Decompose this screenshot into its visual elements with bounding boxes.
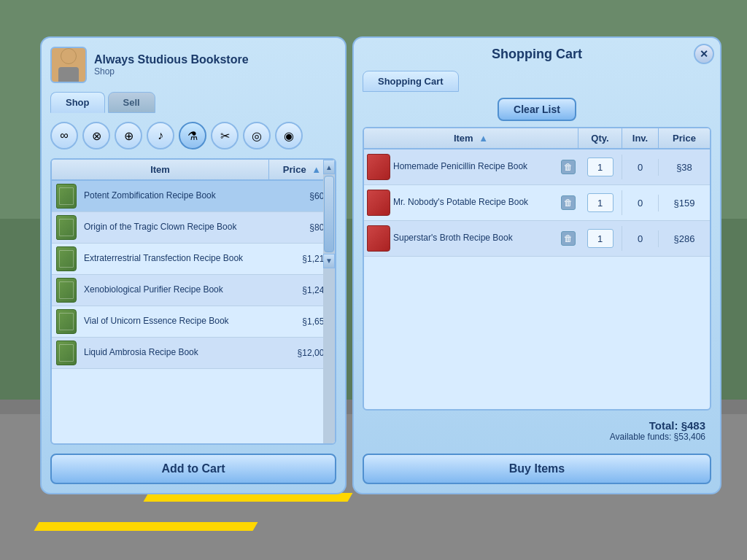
available-funds: Available funds: §53,406 — [368, 432, 705, 442]
cart-table-container: Item ▲ Qty. Inv. Price Homemade Penicill… — [363, 127, 711, 411]
item-name: Xenobiological Purifier Recipe Book — [81, 280, 269, 300]
col-item-header: Item — [52, 160, 269, 179]
tab-shopping-cart[interactable]: Shopping Cart — [363, 71, 459, 92]
cart-book-icon — [367, 225, 390, 252]
cart-item-cell: Homemade Penicillin Recipe Book 🗑 — [364, 149, 578, 184]
scrollbar[interactable]: ▲ ▼ — [323, 160, 335, 443]
table-row[interactable]: Vial of Unicorn Essence Recipe Book §1,6… — [52, 306, 335, 338]
store-header: Always Studious Bookstore Shop — [50, 47, 336, 83]
delete-item-button[interactable]: 🗑 — [561, 231, 576, 246]
potion-icon[interactable]: ⊕ — [115, 122, 142, 149]
store-type: Shop — [94, 66, 336, 77]
table-row[interactable]: Liquid Ambrosia Recipe Book §12,000 — [52, 338, 335, 369]
scroll-down-button[interactable]: ▼ — [323, 254, 335, 268]
item-name: Vial of Unicorn Essence Recipe Book — [81, 311, 269, 332]
quantity-input[interactable] — [587, 229, 614, 248]
buy-items-button[interactable]: Buy Items — [363, 454, 711, 484]
table-row[interactable]: Origin of the Tragic Clown Recipe Book §… — [52, 212, 335, 244]
cart-inv-cell: 0 — [622, 195, 659, 211]
music-icon[interactable]: ♪ — [147, 122, 174, 149]
cart-item-name: Superstar's Broth Recipe Book — [393, 233, 558, 244]
book-icon — [56, 184, 77, 209]
delete-item-button[interactable]: 🗑 — [561, 160, 576, 174]
book-icon — [56, 215, 77, 240]
table-row[interactable]: Potent Zombification Recipe Book §607 — [52, 181, 335, 212]
shopping-cart-tab[interactable]: Shopping Cart — [363, 71, 711, 92]
table-row: Homemade Penicillin Recipe Book 🗑 0 §38 — [364, 149, 710, 185]
panel-title: Shopping Cart — [363, 47, 711, 62]
book-icon — [56, 341, 77, 365]
tab-sell[interactable]: Sell — [108, 92, 155, 113]
scroll-up-button[interactable]: ▲ — [323, 160, 335, 174]
cart-item-name: Mr. Nobody's Potable Recipe Book — [393, 197, 558, 209]
cart-item-name: Homemade Penicillin Recipe Book — [393, 161, 558, 173]
quantity-input[interactable] — [587, 158, 614, 176]
cart-item-cell: Mr. Nobody's Potable Recipe Book 🗑 — [364, 185, 578, 220]
scroll-thumb[interactable] — [324, 176, 334, 252]
cart-header: Item ▲ Qty. Inv. Price — [364, 128, 710, 149]
item-list-header: Item Price ▲ — [52, 160, 335, 181]
close-button[interactable]: ✕ — [694, 44, 714, 64]
book-icon — [56, 278, 77, 303]
tab-bar: Shop Sell — [50, 92, 336, 113]
cart-inv-cell: 0 — [622, 230, 659, 247]
cart-col-qty-header: Qty. — [578, 128, 622, 148]
avatar — [50, 47, 87, 83]
cart-col-item-header: Item ▲ — [364, 128, 578, 148]
delete-item-button[interactable]: 🗑 — [561, 195, 576, 210]
cart-qty-cell — [578, 155, 622, 179]
table-row[interactable]: Xenobiological Purifier Recipe Book §1,2… — [52, 275, 335, 306]
hat-icon[interactable]: ◉ — [275, 122, 303, 149]
cart-price-cell: §159 — [659, 195, 710, 211]
sort-arrow-icon: ▲ — [311, 164, 321, 175]
cart-qty-cell — [578, 190, 622, 215]
shopping-cart-panel: Shopping Cart ✕ Shopping Cart Clear List… — [352, 36, 721, 494]
item-name: Extraterrestrial Transfection Recipe Boo… — [81, 249, 269, 269]
cart-price-cell: §286 — [659, 230, 710, 247]
item-name: Origin of the Tragic Clown Recipe Book — [81, 217, 269, 238]
cart-inv-cell: 0 — [622, 159, 659, 176]
store-name: Always Studious Bookstore — [94, 53, 336, 66]
infinity-icon[interactable]: ∞ — [50, 122, 78, 149]
flask-icon[interactable]: ⚗ — [179, 122, 206, 149]
tool-icon[interactable]: ✂ — [211, 122, 239, 149]
store-info: Always Studious Bookstore Shop — [94, 53, 336, 77]
cart-sort-arrow-icon: ▲ — [479, 133, 488, 144]
cart-qty-cell — [578, 226, 622, 251]
icon-bar: ∞ ⊗ ⊕ ♪ ⚗ ✂ ◎ ◉ — [50, 119, 336, 152]
table-row: Superstar's Broth Recipe Book 🗑 0 §286 — [364, 221, 710, 257]
item-name: Liquid Ambrosia Recipe Book — [81, 343, 269, 363]
book-icon — [56, 246, 77, 271]
cart-col-price-header: Price — [659, 128, 710, 148]
item-list-container: Item Price ▲ Potent Zombification Recipe… — [50, 158, 336, 445]
table-row: Mr. Nobody's Potable Recipe Book 🗑 0 §15… — [364, 185, 710, 221]
shop-panel: Always Studious Bookstore Shop Shop Sell… — [40, 36, 347, 494]
item-list-body: Potent Zombification Recipe Book §607 Or… — [52, 181, 335, 369]
total-label: Total: §483 — [368, 419, 705, 432]
cart-price-cell: §38 — [659, 159, 710, 176]
cart-col-inv-header: Inv. — [622, 128, 659, 148]
cart-book-icon — [367, 154, 390, 180]
connections-icon[interactable]: ⊗ — [82, 122, 110, 149]
book-icon — [56, 309, 77, 334]
item-name: Potent Zombification Recipe Book — [81, 186, 269, 206]
add-to-cart-button[interactable]: Add to Cart — [50, 454, 336, 484]
cart-item-cell: Superstar's Broth Recipe Book 🗑 — [364, 221, 578, 256]
cart-book-icon — [367, 190, 390, 216]
ring-icon[interactable]: ◎ — [243, 122, 271, 149]
totals-area: Total: §483 Available funds: §53,406 — [363, 416, 711, 445]
quantity-input[interactable] — [587, 193, 614, 212]
table-row[interactable]: Extraterrestrial Transfection Recipe Boo… — [52, 244, 335, 275]
clear-list-button[interactable]: Clear List — [498, 98, 576, 121]
tab-shop[interactable]: Shop — [50, 92, 105, 113]
